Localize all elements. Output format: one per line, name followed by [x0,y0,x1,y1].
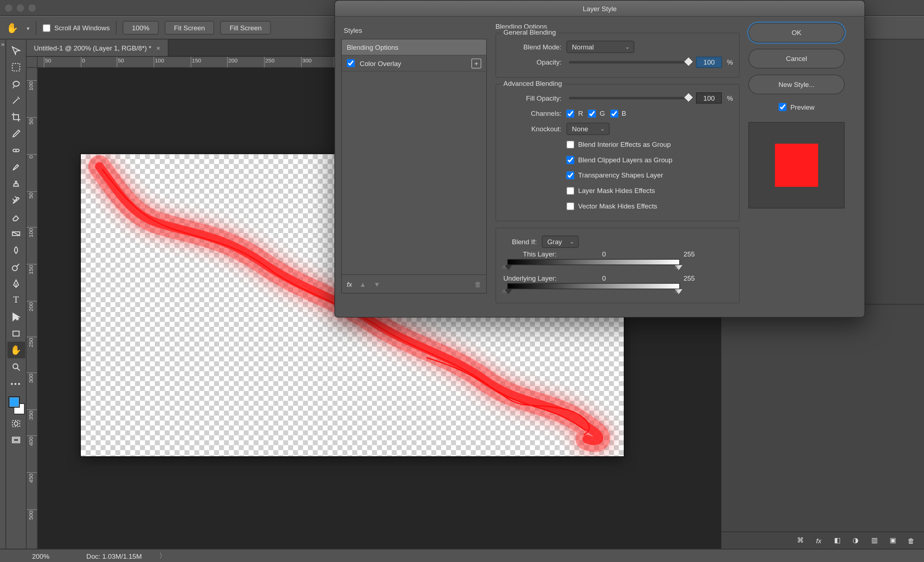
vertical-ruler[interactable]: 10050050100150200250300350400450500 [27,68,38,549]
underlying-handles[interactable] [507,289,680,297]
document-tab[interactable]: Untitled-1 @ 200% (Layer 1, RGB/8*) * × [27,39,168,56]
cancel-button[interactable]: Cancel [748,49,845,69]
this-layer-gradient[interactable] [507,259,680,265]
styles-footer: fx ▲ ▼ 🗑 [341,275,486,293]
new-style-button[interactable]: New Style... [748,75,845,94]
history-brush-tool[interactable] [7,192,25,208]
brush-tool[interactable] [7,158,25,175]
style-row-blending-options[interactable]: Blending Options [342,39,486,55]
channel-g-checkbox[interactable]: G [588,109,605,117]
delete-layer-icon[interactable]: 🗑 [907,537,916,544]
blend-interior-checkbox[interactable]: Blend Interior Effects as Group [566,140,670,148]
eyedropper-tool[interactable] [7,125,25,142]
add-effect-icon[interactable]: + [471,58,481,68]
blur-tool[interactable] [7,242,25,258]
foreground-color-swatch[interactable] [8,396,20,408]
lasso-tool[interactable] [7,75,25,92]
ruler-origin[interactable] [27,57,38,68]
blend-if-label: Blend If: [502,238,537,246]
new-layer-icon[interactable]: ▣ [889,537,897,544]
blend-clipped-checkbox[interactable]: Blend Clipped Layers as Group [566,156,672,164]
color-swatches[interactable] [7,395,25,415]
fill-opacity-label: Fill Opacity: [502,94,561,102]
preview-box [748,122,845,208]
link-layers-icon[interactable]: ⌘ [796,537,804,544]
transparency-shapes-checkbox[interactable]: Transparency Shapes Layer [566,171,663,179]
styles-list-empty-area [341,72,486,275]
crop-tool[interactable] [7,109,25,125]
knockout-select[interactable]: None⌄ [566,123,610,135]
layer-mask-icon[interactable]: ◧ [833,537,842,544]
status-doc-size[interactable]: Doc: 1.03M/1.15M [86,552,142,560]
window-zoom-button[interactable] [28,4,36,12]
fit-screen-button[interactable]: Fit Screen [165,21,214,34]
svg-rect-9 [14,438,19,441]
this-layer-min: 0 [562,250,647,258]
ok-button[interactable]: OK [748,23,845,43]
edit-toolbar[interactable]: ••• [7,375,25,392]
quick-mask-toggle[interactable] [7,415,25,431]
fill-screen-button[interactable]: Fill Screen [220,21,271,34]
close-tab-icon[interactable]: × [156,44,160,52]
hand-tool[interactable]: ✋ [7,342,25,358]
tool-preset-dropdown[interactable] [24,24,30,32]
advanced-blending-group: Advanced Blending Fill Opacity: 100 % Ch… [496,84,740,221]
fx-icon[interactable]: fx [814,537,823,544]
zoom-tool[interactable] [7,358,25,375]
eraser-tool[interactable] [7,208,25,225]
status-bar: 200% Doc: 1.03M/1.15M 〉 [0,549,924,562]
blend-if-group: Blend If: Gray⌄ This Layer: 0 255 [496,228,740,303]
opacity-input[interactable]: 100 [696,57,722,68]
clone-stamp-tool[interactable] [7,175,25,191]
svg-rect-4 [13,331,19,336]
move-tool[interactable] [7,42,25,58]
fx-menu-icon[interactable]: fx [347,280,352,288]
gradient-tool[interactable] [7,225,25,242]
group-icon[interactable]: ▥ [870,537,879,544]
vector-mask-hides-checkbox[interactable]: Vector Mask Hides Effects [566,202,657,210]
layer-style-dialog: Layer Style Styles Blending Options Colo… [334,0,865,317]
opacity-slider[interactable] [569,61,688,63]
blend-if-select[interactable]: Gray⌄ [542,236,579,248]
rectangle-tool[interactable] [7,325,25,342]
hand-tool-icon: ✋ [6,22,18,34]
delete-effect-icon[interactable]: 🗑 [475,280,482,288]
marquee-tool[interactable] [7,58,25,75]
this-layer-label: This Layer: [502,250,561,258]
window-minimize-button[interactable] [16,4,24,12]
magic-wand-tool[interactable] [7,92,25,109]
move-effect-up-icon[interactable]: ▲ [360,280,366,288]
window-close-button[interactable] [5,4,13,12]
move-effect-down-icon[interactable]: ▼ [374,280,380,288]
status-menu-chevron-icon[interactable]: 〉 [159,551,166,561]
blend-mode-select[interactable]: Normal⌄ [566,41,634,53]
dodge-tool[interactable] [7,258,25,275]
status-zoom[interactable]: 200% [32,552,69,560]
scroll-all-windows-checkbox[interactable]: Scroll All Windows [43,24,110,32]
path-selection-tool[interactable] [7,308,25,325]
fill-opacity-slider[interactable] [569,97,688,99]
this-layer-handles[interactable] [507,265,680,273]
general-blending-group: General Blending Blend Mode: Normal⌄ Opa… [496,33,740,78]
type-tool[interactable]: T [7,292,25,308]
color-overlay-checkbox[interactable] [347,59,355,67]
advanced-blending-legend: Advanced Blending [501,80,564,87]
channel-r-checkbox[interactable]: R [566,109,583,117]
layer-mask-hides-checkbox[interactable]: Layer Mask Hides Effects [566,187,655,194]
style-row-color-overlay[interactable]: Color Overlay + [342,55,486,72]
knockout-label: Knockout: [502,125,561,133]
zoom-value-button[interactable]: 100% [123,21,159,34]
fill-opacity-input[interactable]: 100 [696,92,722,103]
channel-b-checkbox[interactable]: B [610,109,626,117]
adjustment-layer-icon[interactable]: ◑ [852,537,860,544]
panel-collapse-gutter[interactable]: » [0,39,6,549]
preview-checkbox[interactable]: Preview [748,103,845,111]
dialog-titlebar[interactable]: Layer Style [335,1,864,16]
document-tab-title: Untitled-1 @ 200% (Layer 1, RGB/8*) * [34,44,151,52]
tools-panel: T ✋ ••• [6,39,26,549]
underlying-gradient[interactable] [507,283,680,289]
svg-point-3 [12,266,17,271]
healing-brush-tool[interactable] [7,142,25,158]
screen-mode-toggle[interactable] [7,432,25,448]
pen-tool[interactable] [7,275,25,291]
